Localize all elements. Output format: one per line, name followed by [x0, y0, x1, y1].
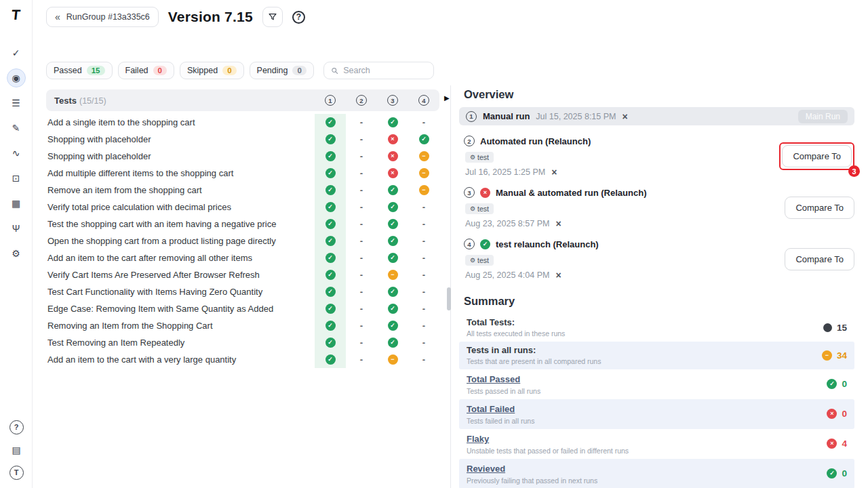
profile-icon[interactable]: T	[9, 466, 24, 480]
test-rows: Add a single item to the shopping cart✓-…	[46, 111, 439, 368]
tests-icon[interactable]: ✓	[7, 43, 26, 62]
status-cell: ✓	[377, 317, 408, 334]
search-input[interactable]	[343, 66, 427, 75]
test-row[interactable]: Test Removing an Item Repeatedly✓-✓-	[46, 334, 439, 351]
status-cell: -	[408, 334, 439, 351]
status-cell: -	[408, 300, 439, 317]
overview-title: Overview	[464, 88, 854, 101]
test-row[interactable]: Add a single item to the shopping cart✓-…	[46, 114, 439, 131]
no-result: -	[422, 253, 425, 263]
export-icon[interactable]: ⊡	[7, 169, 26, 188]
summary-link[interactable]: Flaky	[467, 434, 489, 444]
no-result: -	[422, 354, 425, 365]
search-box[interactable]	[323, 62, 434, 79]
test-row[interactable]: Shopping with placeholder✓-×✓	[46, 131, 439, 148]
no-result: -	[422, 117, 425, 127]
help-icon[interactable]: ?	[9, 420, 24, 434]
filter-skipped[interactable]: Skipped0	[180, 62, 244, 79]
remove-run-icon[interactable]: ×	[555, 270, 561, 280]
filter-count-badge: 0	[222, 66, 236, 75]
sidebar-nav: ✓◉☰✎∿⊡▦Ψ⚙	[7, 43, 26, 263]
app-logo[interactable]: T	[11, 7, 21, 23]
annotation-step-badge: 3	[848, 165, 860, 177]
filter-button[interactable]	[262, 7, 283, 27]
remove-run-icon[interactable]: ×	[555, 219, 561, 228]
run-item-selected[interactable]: 1Manual runJul 15, 2025 8:15 PM×Main Run	[459, 107, 854, 125]
runs-list: 1Manual runJul 15, 2025 8:15 PM×Main Run…	[459, 107, 854, 283]
run-tag: ⚙test	[465, 203, 494, 214]
runs-icon[interactable]: ◉	[7, 68, 26, 87]
summary-description: Tests failed in all runs	[467, 417, 827, 425]
settings-icon[interactable]: ⚙	[7, 244, 26, 263]
editor-icon[interactable]: ✎	[7, 119, 26, 138]
status-cell: ✓	[377, 114, 408, 131]
run-column-header-3: 3	[377, 89, 408, 111]
fail-status-icon: ×	[827, 439, 837, 449]
status-cell: ✓	[315, 300, 346, 317]
suites-icon[interactable]: ☰	[7, 94, 26, 113]
test-row[interactable]: Test the shopping cart with an item havi…	[46, 216, 439, 232]
main-run-badge: Main Run	[798, 110, 848, 123]
pass-status-icon: ✓	[388, 253, 398, 263]
test-row[interactable]: Removing an Item from the Shopping Cart✓…	[46, 317, 439, 334]
branches-icon[interactable]: Ψ	[7, 219, 26, 238]
status-cell: -	[408, 266, 439, 283]
test-row[interactable]: Open the shopping cart from a product li…	[46, 232, 439, 249]
test-row[interactable]: Edge Case: Removing Item with Same Quant…	[46, 300, 439, 317]
test-row[interactable]: Add an item to the cart after removing a…	[46, 249, 439, 266]
filter-failed[interactable]: Failed0	[118, 62, 174, 79]
app-root: T ✓◉☰✎∿⊡▦Ψ⚙ ?▤T « RunGroup #13a335c6 Ver…	[0, 0, 868, 488]
test-row[interactable]: Test Cart Functionality with Items Havin…	[46, 283, 439, 300]
test-name: Add an item to the cart with a very larg…	[46, 354, 315, 365]
no-result: -	[360, 185, 363, 195]
panel-divider	[450, 85, 451, 488]
filter-pending[interactable]: Pending0	[250, 62, 314, 79]
run-number-icon: 1	[325, 95, 336, 106]
summary-value: 4	[842, 439, 847, 449]
summary-label: Tests in all runs:	[467, 345, 822, 355]
no-result: -	[360, 151, 363, 161]
compare-to-button[interactable]: Compare To	[785, 248, 854, 270]
back-button[interactable]: « RunGroup #13a335c6	[46, 7, 159, 27]
collapse-panel-icon[interactable]: ▶	[444, 94, 450, 102]
status-cell: -	[408, 317, 439, 334]
status-cell: -	[346, 131, 377, 148]
summary-value: 0	[842, 468, 847, 479]
compare-to-button[interactable]: Compare To	[782, 145, 852, 167]
filter-label: Failed	[125, 66, 149, 75]
filter-passed[interactable]: Passed15	[46, 62, 113, 79]
remove-run-icon[interactable]: ×	[622, 112, 627, 121]
test-row[interactable]: Verify Cart Items Are Preserved After Br…	[46, 266, 439, 283]
test-row[interactable]: Verify total price calculation with deci…	[46, 199, 439, 216]
pass-status-icon: ✓	[326, 168, 336, 178]
summary-link[interactable]: Total Failed	[467, 404, 515, 414]
analytics-icon[interactable]: ∿	[7, 144, 26, 163]
no-result: -	[360, 117, 363, 127]
status-cell: -	[346, 232, 377, 249]
skip-status-icon: −	[419, 168, 429, 178]
test-row[interactable]: Shopping with placeholder✓-×−	[46, 148, 439, 165]
help-icon[interactable]: ?	[292, 11, 305, 24]
test-row[interactable]: Remove an item from the shopping cart✓-✓…	[46, 182, 439, 199]
filter-bar: Passed15Failed0Skipped0Pending0	[46, 62, 434, 79]
funnel-icon	[268, 12, 277, 22]
status-cell: -	[346, 351, 377, 368]
remove-run-icon[interactable]: ×	[551, 167, 557, 177]
summary-link[interactable]: Revieved	[467, 464, 505, 474]
tests-counter: (15/15)	[79, 96, 106, 106]
test-row[interactable]: Add an item to the cart with a very larg…	[46, 351, 439, 368]
reports-icon[interactable]: ▦	[7, 194, 26, 213]
test-row[interactable]: Add multiple different items to the shop…	[46, 165, 439, 182]
test-name: Add multiple different items to the shop…	[46, 168, 315, 178]
summary-link[interactable]: Total Passed	[467, 374, 520, 384]
overview-panel: Overview 1Manual runJul 15, 2025 8:15 PM…	[459, 88, 854, 488]
no-result: -	[360, 354, 363, 365]
scrollbar-thumb[interactable]	[447, 287, 451, 310]
compare-to-button[interactable]: Compare To	[785, 197, 854, 219]
docs-icon[interactable]: ▤	[7, 441, 26, 460]
no-result: -	[360, 202, 363, 212]
tests-header-label: Tests(15/15)	[54, 96, 315, 106]
filter-label: Passed	[54, 66, 82, 75]
status-cell: −	[377, 266, 408, 283]
pass-status-icon: ✓	[326, 270, 336, 280]
